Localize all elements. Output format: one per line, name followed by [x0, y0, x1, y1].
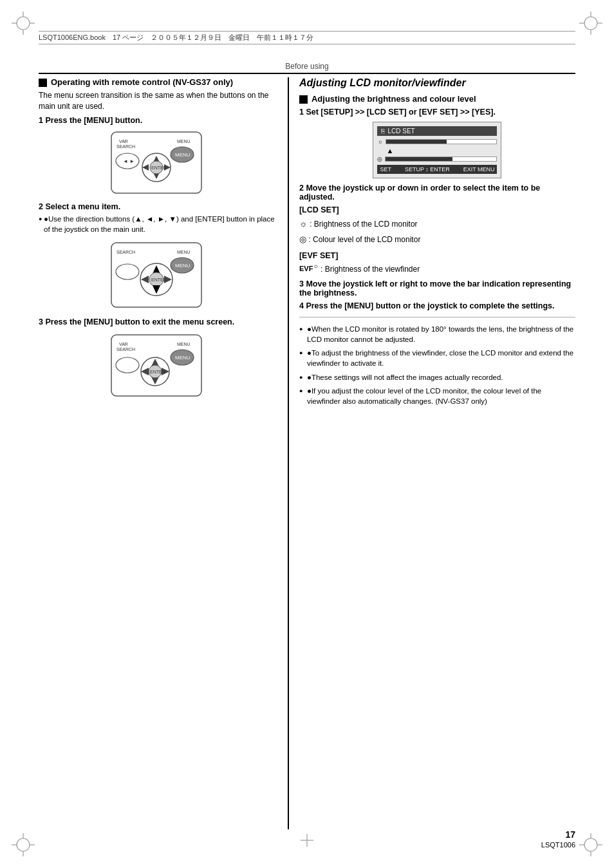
section-title: Before using [285, 62, 328, 71]
lcd-set-label: SET [380, 166, 391, 173]
svg-marker-31 [142, 164, 149, 171]
lcd-exit-menu: EXIT MENU [463, 166, 495, 173]
colour-symbol: ◎ [299, 234, 306, 244]
svg-point-52 [116, 357, 139, 373]
evf-brightness-label-line: EVF☼ : Brightness of the viewfinder [299, 263, 575, 275]
lcd-set-bracket: [LCD SET] [299, 205, 575, 214]
brightness-label-text: : Brightness of the LCD monitor [310, 220, 417, 229]
top-metadata: LSQT1006ENG.book 17 ページ ２００５年１２月９日 金曜日 午… [39, 31, 575, 44]
svg-text:SEARCH: SEARCH [116, 347, 135, 352]
svg-text:ENTER: ENTER [151, 278, 167, 282]
sub-heading-text: Adjusting the brightness and colour leve… [312, 94, 476, 104]
svg-text:MENU: MENU [177, 342, 191, 346]
left-heading-text: Operating with remote control (NV-GS37 o… [51, 77, 233, 87]
remote-diagram-3: VAR SEARCH MENU MENU ENTER [39, 332, 275, 401]
lcd-set-diagram: ⎘ LCD SET ☼ ▲ ◎ [373, 122, 501, 178]
svg-text:MENU: MENU [175, 152, 191, 158]
svg-text:MENU: MENU [175, 263, 191, 269]
step2-label: 2 Select a menu item. [39, 202, 275, 211]
colour-label-text: : Colour level of the LCD monitor [308, 235, 420, 244]
brightness-bar-track [386, 139, 498, 144]
svg-text:◄ ►: ◄ ► [123, 158, 135, 164]
page-number: 17 [541, 829, 575, 840]
remote-diagram-2: SEARCH MENU MENU ENTER [39, 240, 275, 312]
remote-diagram-1: VAR SEARCH ◄ ► MENU MENU [39, 129, 275, 198]
colour-bar-fill [386, 157, 452, 161]
svg-point-0 [17, 17, 30, 30]
evf-set-bracket: [EVF SET] [299, 251, 575, 260]
crosshair-top-left [12, 12, 35, 35]
brightness-label-line: ☼ : Brightness of the LCD monitor [299, 217, 575, 231]
colour-icon: ◎ [377, 156, 382, 162]
evf-brightness-symbol: EVF☼ [299, 265, 319, 272]
intro-text: The menu screen transition is the same a… [39, 90, 275, 112]
svg-text:MENU: MENU [175, 355, 191, 361]
lcd-bottom-bar: SET SETUP ↕ ENTER EXIT MENU [377, 165, 497, 174]
step2-bullet: ●Use the direction buttons (▲, ◄, ►, ▼) … [39, 214, 275, 234]
lcd-setup-enter: SETUP ↕ ENTER [405, 166, 450, 173]
doc-code: LSQT1006 [541, 841, 575, 849]
lcd-indicator-arrow: ▲ [377, 147, 497, 155]
content-area: Operating with remote control (NV-GS37 o… [39, 77, 575, 829]
svg-marker-59 [141, 368, 149, 375]
left-section-heading: Operating with remote control (NV-GS37 o… [39, 77, 275, 87]
right-main-heading: Adjusting LCD monitor/viewfinder [299, 77, 575, 89]
sub-bullet [299, 95, 308, 104]
right-bullet4: ●If you adjust the colour level of the L… [299, 386, 575, 406]
page-header: Before using [39, 62, 575, 74]
crosshair-bottom-left [12, 833, 35, 856]
svg-point-5 [584, 17, 597, 30]
brightness-bar-fill [386, 140, 447, 144]
right-sub-heading: Adjusting the brightness and colour leve… [299, 94, 575, 104]
section-bullet [39, 79, 47, 87]
section-divider-rule [299, 317, 575, 317]
svg-marker-48 [153, 285, 160, 294]
metadata-text: LSQT1006ENG.book 17 ページ ２００５年１２月９日 金曜日 午… [39, 33, 313, 42]
svg-point-15 [584, 838, 597, 851]
lcd-title-text: LCD SET [387, 127, 414, 135]
right-bullet3: ●These settings will not affect the imag… [299, 372, 575, 382]
svg-text:VAR: VAR [119, 342, 128, 346]
lcd-brightness-row: ☼ [377, 138, 497, 145]
right-step1-label: 1 Set [SETUP] >> [LCD SET] or [EVF SET] … [299, 108, 575, 117]
right-bullet1: ●When the LCD monitor is rotated by 180°… [299, 324, 575, 344]
right-step4-label: 4 Press the [MENU] button or the joystic… [299, 301, 575, 310]
footer-right: 17 LSQT1006 [541, 829, 575, 849]
lcd-colour-row: ◎ [377, 156, 497, 162]
colour-bar-track [385, 156, 497, 162]
lcd-set-title-bar: ⎘ LCD SET [377, 126, 497, 136]
svg-point-10 [17, 838, 30, 851]
colour-label-line: ◎ : Colour level of the LCD monitor [299, 233, 575, 246]
left-column: Operating with remote control (NV-GS37 o… [39, 77, 275, 829]
brightness-symbol: ☼ [299, 218, 308, 229]
right-step3-label: 3 Move the joystick left or right to mov… [299, 279, 575, 297]
step3-label: 3 Press the [MENU] button to exit the me… [39, 317, 275, 326]
svg-text:SEARCH: SEARCH [116, 250, 135, 254]
right-column: Adjusting LCD monitor/viewfinder Adjusti… [288, 77, 575, 829]
svg-text:VAR: VAR [119, 139, 128, 144]
crosshair-bottom-right [579, 833, 602, 856]
right-bullet2: ●To adjust the brightness of the viewfin… [299, 348, 575, 368]
svg-text:MENU: MENU [177, 139, 191, 144]
svg-text:ENTER: ENTER [151, 165, 167, 170]
step1-label: 1 Press the [MENU] button. [39, 116, 275, 125]
right-step2-label: 2 Move the joystick up or down in order … [299, 184, 575, 202]
evf-brightness-text: : Brightness of the viewfinder [321, 264, 420, 273]
svg-text:ENTER: ENTER [150, 370, 165, 374]
crosshair-top-right [579, 12, 602, 35]
svg-marker-44 [141, 276, 149, 283]
svg-text:SEARCH: SEARCH [116, 144, 135, 149]
brightness-icon: ☼ [377, 138, 382, 145]
svg-point-37 [116, 264, 139, 279]
svg-text:MENU: MENU [177, 250, 191, 254]
bottom-center-crosshair [301, 834, 313, 849]
